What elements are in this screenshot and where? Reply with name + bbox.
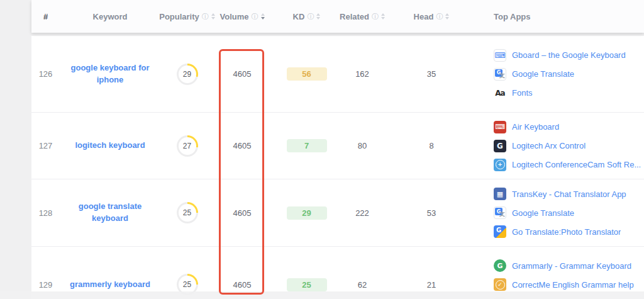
app-link[interactable]: TransKey - Chat Translator App xyxy=(512,189,626,199)
logitech-arx-app-icon: G xyxy=(494,140,506,152)
popularity-value: 25 xyxy=(179,204,196,222)
table-row: 126 google keyboard for iphone 29 4605 5… xyxy=(31,36,644,112)
sort-toggle[interactable] xyxy=(316,13,320,20)
info-icon[interactable]: ⓘ xyxy=(372,13,379,20)
related-value: 162 xyxy=(343,69,382,79)
logitech-conferencecam-app-icon: + xyxy=(494,159,506,171)
sort-toggle[interactable] xyxy=(445,13,449,20)
gboard-app-icon: ⌨ xyxy=(494,49,506,62)
info-icon[interactable]: ⓘ xyxy=(252,13,258,20)
go-translate-app-icon: G xyxy=(494,225,506,238)
app-link[interactable]: Logitech Arx Control xyxy=(512,141,586,150)
info-icon[interactable]: ⓘ xyxy=(436,13,443,20)
app-link[interactable]: Google Translate xyxy=(512,208,574,218)
keyword-link[interactable]: grammerly keyboard xyxy=(70,279,150,291)
transkey-app-icon: ▦ xyxy=(494,188,506,200)
app-link[interactable]: CorrectMe English Grammar help xyxy=(512,280,634,290)
kd-badge: 56 xyxy=(287,67,327,81)
column-header-label: Head xyxy=(414,12,434,21)
related-value: 80 xyxy=(343,141,382,150)
google-translate-app-icon: G文 xyxy=(494,206,506,219)
column-header-related[interactable]: Related ⓘ xyxy=(343,12,382,21)
top-apps-list: ⌨ Air Keyboard G Logitech Arx Control + … xyxy=(481,118,644,174)
head-value: 21 xyxy=(382,280,481,290)
info-icon[interactable]: ⓘ xyxy=(202,13,209,20)
app-item[interactable]: G Go Translate:Photo Translator xyxy=(494,222,644,241)
popularity-gauge: 27 xyxy=(177,135,198,157)
related-value: 62 xyxy=(343,280,382,290)
grammarly-app-icon: G xyxy=(494,259,506,272)
app-link[interactable]: Fonts xyxy=(512,88,533,98)
fonts-app-icon: Aa xyxy=(494,87,506,99)
app-link[interactable]: Google Translate xyxy=(512,69,574,79)
app-item[interactable]: ▦ TransKey - Chat Translator App xyxy=(494,184,644,203)
popularity-value: 29 xyxy=(179,65,196,83)
app-item[interactable]: G Logitech Arx Control xyxy=(494,137,644,155)
column-header-label: Related xyxy=(340,12,369,21)
app-link[interactable]: Air Keyboard xyxy=(512,122,559,132)
column-header-label: Popularity xyxy=(159,12,199,21)
kd-badge: 25 xyxy=(287,278,327,291)
sort-toggle-active-desc[interactable] xyxy=(261,13,265,20)
app-item[interactable]: G文 Google Translate xyxy=(494,203,644,222)
column-header-volume[interactable]: Volume ⓘ xyxy=(214,12,270,21)
table-header: # Keyword Popularity ⓘ Volume ⓘ KD ⓘ Rel… xyxy=(31,0,644,33)
app-item[interactable]: ⌨ Air Keyboard xyxy=(494,118,644,137)
row-rank: 128 xyxy=(31,208,60,218)
row-rank: 127 xyxy=(31,141,60,150)
app-item[interactable]: ⌨ Gboard – the Google Keyboard xyxy=(494,46,644,65)
app-item[interactable]: G文 Google Translate xyxy=(494,65,644,84)
column-header-head[interactable]: Head ⓘ xyxy=(382,12,481,21)
top-apps-list: ▦ TransKey - Chat Translator App G文 Goog… xyxy=(481,184,644,241)
related-value: 222 xyxy=(343,208,382,218)
popularity-value: 25 xyxy=(179,276,196,293)
top-apps-list: ⌨ Gboard – the Google Keyboard G文 Google… xyxy=(481,46,644,103)
app-link[interactable]: Go Translate:Photo Translator xyxy=(512,227,621,237)
keyword-link[interactable]: google translate keyboard xyxy=(60,201,160,225)
app-item[interactable]: G Grammarly - Grammar Keyboard xyxy=(494,256,644,275)
volume-column-highlight-box xyxy=(219,49,264,295)
head-value: 53 xyxy=(382,208,481,218)
head-value: 8 xyxy=(382,141,481,150)
bottom-fade xyxy=(0,291,644,299)
keyword-link[interactable]: logitech keyboard xyxy=(75,140,145,152)
row-rank: 126 xyxy=(31,69,60,79)
column-header-label: KD xyxy=(293,12,305,21)
kd-badge: 29 xyxy=(287,206,327,220)
google-translate-app-icon: G文 xyxy=(494,68,506,81)
app-item[interactable]: + Logitech ConferenceCam Soft Re... xyxy=(494,155,644,174)
kd-badge: 7 xyxy=(287,139,327,152)
row-rank: 129 xyxy=(31,280,60,290)
popularity-gauge: 29 xyxy=(177,64,198,85)
keyword-link[interactable]: google keyboard for iphone xyxy=(60,62,160,86)
popularity-value: 27 xyxy=(179,137,196,155)
air-keyboard-app-icon: ⌨ xyxy=(494,121,506,133)
head-value: 35 xyxy=(382,69,481,79)
column-header-keyword: Keyword xyxy=(60,12,160,21)
popularity-gauge: 25 xyxy=(177,202,198,223)
app-link[interactable]: Grammarly - Grammar Keyboard xyxy=(512,261,631,271)
table-row: 127 logitech keyboard 27 4605 7 80 8 ⌨ A… xyxy=(31,112,644,179)
column-header-top-apps: Top Apps xyxy=(481,12,644,21)
column-header-kd[interactable]: KD ⓘ xyxy=(270,12,343,21)
app-link[interactable]: Gboard – the Google Keyboard xyxy=(512,50,626,60)
app-link[interactable]: Logitech ConferenceCam Soft Re... xyxy=(512,160,641,169)
table-row: 128 google translate keyboard 25 4605 29… xyxy=(31,179,644,246)
keyword-table: 126 google keyboard for iphone 29 4605 5… xyxy=(31,36,644,299)
correctme-app-icon: ✓ xyxy=(494,278,506,291)
column-header-popularity[interactable]: Popularity ⓘ xyxy=(160,12,214,21)
column-header-label: Volume xyxy=(220,12,249,21)
info-icon[interactable]: ⓘ xyxy=(307,13,314,20)
column-header-rank: # xyxy=(31,12,60,21)
app-item[interactable]: Aa Fonts xyxy=(494,84,644,103)
